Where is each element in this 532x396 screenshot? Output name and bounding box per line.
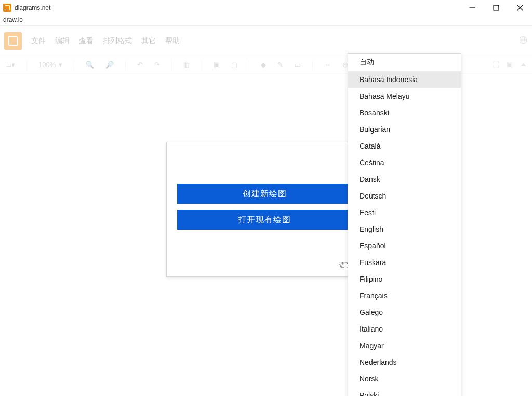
line-color-icon[interactable]: ✎ [277, 61, 283, 69]
language-option[interactable]: Nederlands [348, 354, 461, 371]
language-option[interactable]: English [348, 221, 461, 237]
language-option[interactable]: Čeština [348, 154, 461, 171]
app-logo [4, 32, 22, 50]
app-icon [3, 4, 11, 12]
menu-arrange[interactable]: 排列格式 [103, 36, 132, 46]
language-option[interactable]: Français [348, 287, 461, 304]
zoom-in-icon[interactable]: 🔍 [86, 61, 94, 69]
toolbar-separator [171, 60, 172, 70]
delete-icon[interactable]: 🗑 [183, 61, 190, 69]
menu-help[interactable]: 帮助 [165, 36, 180, 46]
fullscreen-icon[interactable]: ⛶ [493, 61, 499, 69]
language-option[interactable]: Polski [348, 387, 461, 396]
zoom-out-icon[interactable]: 🔎 [105, 61, 114, 69]
language-option[interactable]: Català [348, 138, 461, 154]
document-name: draw.io [0, 16, 532, 25]
language-option[interactable]: Eesti [348, 204, 461, 221]
fill-color-icon[interactable]: ◆ [261, 61, 266, 69]
collapse-icon[interactable]: ⏶ [520, 61, 527, 69]
language-option[interactable]: Bosanski [348, 104, 461, 121]
toolbar-separator [26, 60, 27, 70]
app-header: 文件 编辑 查看 排列格式 其它 帮助 [0, 26, 532, 56]
chevron-down-icon: ▾ [59, 61, 62, 69]
page-view-icon[interactable]: ▭▾ [5, 61, 15, 69]
window-titlebar: diagrams.net [0, 0, 532, 16]
menu-file[interactable]: 文件 [31, 36, 46, 46]
window-minimize-button[interactable] [460, 0, 484, 16]
svg-rect-1 [494, 5, 499, 10]
menu-view[interactable]: 查看 [79, 36, 94, 46]
window-maximize-button[interactable] [484, 0, 508, 16]
language-option[interactable]: Italiano [348, 321, 461, 337]
to-front-icon[interactable]: ▣ [214, 61, 220, 69]
start-dialog: 创建新绘图 打开现有绘图 语言 [166, 142, 363, 277]
language-option[interactable]: 自动 [348, 54, 461, 71]
language-option[interactable]: Magyar [348, 337, 461, 354]
shadow-icon[interactable]: ▭ [295, 61, 301, 69]
language-option[interactable]: Galego [348, 304, 461, 321]
create-new-diagram-button[interactable]: 创建新绘图 [177, 184, 352, 204]
language-option[interactable]: Norsk [348, 371, 461, 387]
language-dropdown: 自动Bahasa IndonesiaBahasa MelayuBosanskiB… [348, 53, 461, 396]
toolbar-separator [74, 60, 74, 70]
language-option[interactable]: Dansk [348, 171, 461, 188]
format-panel-icon[interactable]: ▣ [507, 61, 513, 69]
language-option[interactable]: Deutsch [348, 188, 461, 204]
toolbar-separator [249, 60, 249, 70]
open-existing-diagram-button[interactable]: 打开现有绘图 [177, 210, 352, 230]
menubar: 文件 编辑 查看 排列格式 其它 帮助 [31, 36, 180, 46]
redo-icon[interactable]: ↷ [154, 61, 160, 69]
language-option[interactable]: Bahasa Indonesia [348, 71, 461, 88]
language-globe-icon[interactable] [518, 35, 528, 47]
toolbar-separator [312, 60, 313, 70]
language-option[interactable]: Bahasa Melayu [348, 88, 461, 104]
language-option[interactable]: Filipino [348, 271, 461, 287]
window-close-button[interactable] [508, 0, 532, 16]
toolbar-separator [125, 60, 126, 70]
menu-extras[interactable]: 其它 [141, 36, 156, 46]
toolbar-separator [202, 60, 202, 70]
to-back-icon[interactable]: ▢ [231, 61, 237, 69]
menu-edit[interactable]: 编辑 [55, 36, 70, 46]
undo-icon[interactable]: ↶ [137, 61, 143, 69]
language-option[interactable]: Bulgarian [348, 121, 461, 138]
connection-icon[interactable]: ↔ [324, 61, 331, 69]
zoom-value[interactable]: 100% [38, 61, 56, 69]
window-title: diagrams.net [15, 4, 50, 11]
language-option[interactable]: Euskara [348, 254, 461, 271]
language-option[interactable]: Español [348, 237, 461, 254]
language-list[interactable]: 自动Bahasa IndonesiaBahasa MelayuBosanskiB… [348, 54, 461, 396]
